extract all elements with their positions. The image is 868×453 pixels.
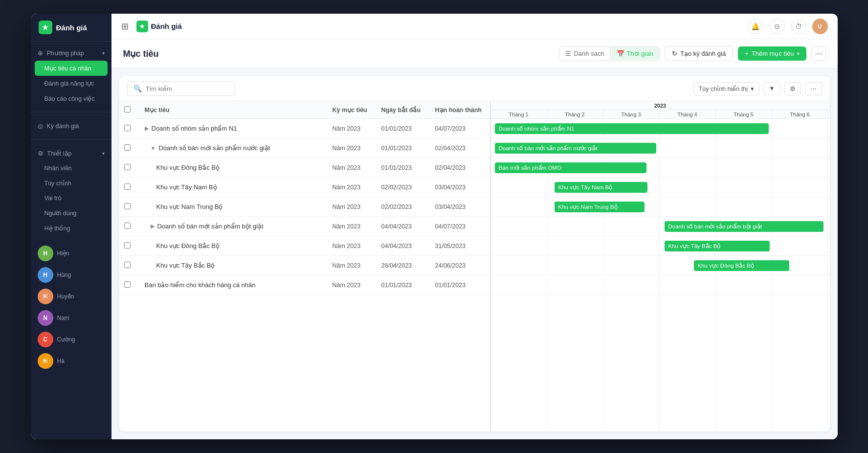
gantt-bar-2[interactable]: Doanh số bán mới sản phẩm nước giặt xyxy=(495,143,656,154)
header-actions: ☰ Danh sách 📅 Thời gian ↻ Tạo kỳ đánh gi… xyxy=(559,46,825,61)
expand-icon[interactable]: ▶ xyxy=(145,125,149,132)
gantt-bar-row-2: Doanh số bán mới sản phẩm nước giặt xyxy=(491,138,830,158)
select-all-checkbox[interactable] xyxy=(124,106,131,113)
row-7-checkbox[interactable] xyxy=(124,242,131,249)
gantt-bar-6[interactable]: Doanh số bán mới sản phẩm bột giặt xyxy=(665,221,823,232)
gantt-bar-7[interactable]: Khu vực Tây Bắc Bộ xyxy=(665,241,770,251)
add-target-btn[interactable]: + Thêm mục tiêu ▾ xyxy=(738,46,806,61)
table-row[interactable]: ▼Doanh số bán mới sản phẩm nước giặt Năm… xyxy=(119,138,490,158)
phuong-phap-label: Phương pháp xyxy=(47,49,84,57)
avatar-item-cuong[interactable]: C Cường xyxy=(31,330,111,349)
row-8-checkbox[interactable] xyxy=(124,262,131,268)
row-9-checkbox[interactable] xyxy=(124,281,131,288)
expand-icon[interactable]: ▼ xyxy=(151,145,156,151)
main-content: ⊞ ★ Đánh giá 🔔 ⊙ ⏱ U Mục tiêu ☰ xyxy=(111,14,838,439)
avatar-item-hien[interactable]: H Hiện xyxy=(31,244,111,263)
avatar-item-hung[interactable]: H Hùng xyxy=(31,265,111,285)
search-box[interactable]: 🔍 xyxy=(127,81,235,96)
month-1: Tháng 1 xyxy=(491,110,547,119)
create-period-btn[interactable]: ↻ Tạo kỳ đánh giá xyxy=(665,46,733,61)
row-2-checkbox[interactable] xyxy=(124,144,131,151)
table-row[interactable]: Khu vực Tây Nam Bộ Năm 2023 02/02/2023 0… xyxy=(119,178,490,197)
thiet-lap-icon: ⚙ xyxy=(38,150,44,157)
month-5: Tháng 5 xyxy=(716,110,772,119)
ellipsis-icon: ⋯ xyxy=(815,49,823,58)
search-input[interactable] xyxy=(146,85,228,92)
sidebar-item-tuy-chinh[interactable]: Tùy chỉnh xyxy=(31,176,111,191)
row-3-checkbox[interactable] xyxy=(124,164,131,170)
avatar-name-nam: Nam xyxy=(57,315,69,321)
gantt-bar-4[interactable]: Khu vực Tây Nam Bộ xyxy=(555,182,647,193)
help-btn[interactable]: ⊙ xyxy=(769,19,785,34)
user-avatar-btn[interactable]: U xyxy=(812,19,828,34)
gantt-bar-row-8: Khu vực Đông Bắc Bộ xyxy=(491,256,830,275)
gantt-bar-1[interactable]: Doanh số nhóm sản phẩm N1 xyxy=(495,123,769,134)
sidebar-group-thiet-lap[interactable]: ⚙ Thiết lập ▾ xyxy=(31,146,111,161)
row-6-checkbox[interactable] xyxy=(124,223,131,229)
sidebar-item-vai-tro[interactable]: Vai trò xyxy=(31,191,111,205)
row-4-checkbox[interactable] xyxy=(124,183,131,190)
sidebar-item-danh-gia-nang-luc[interactable]: Đánh giá năng lực xyxy=(31,76,111,91)
grid-icon[interactable]: ⊞ xyxy=(121,21,129,32)
table-row[interactable]: Khu vực Đông Bắc Bộ Năm 2023 04/04/2023 … xyxy=(119,236,490,256)
gantt-chart-header-wrapper: 2023 Tháng 1 Tháng 2 Tháng 3 Tháng 4 Thá… xyxy=(491,101,830,119)
toolbar-more-btn[interactable]: ⋯ xyxy=(805,82,822,95)
table-toolbar: 🔍 Tùy chỉnh hiển thị ▾ ▼ ⚙ xyxy=(119,76,830,101)
view-time-label: Thời gian xyxy=(627,50,653,57)
gantt-bar-row-5: Khu vực Nam Trung Bộ xyxy=(491,197,830,217)
sidebar-item-nguoi-dung[interactable]: Người dùng xyxy=(31,205,111,221)
phuong-phap-chevron: ▾ xyxy=(102,50,105,56)
gantt-chart: 2023 Tháng 1 Tháng 2 Tháng 3 Tháng 4 Thá… xyxy=(491,101,830,431)
filter-btn[interactable]: ▼ xyxy=(763,82,780,95)
display-btn[interactable]: Tùy chỉnh hiển thị ▾ xyxy=(693,82,759,95)
more-btn[interactable]: ⋯ xyxy=(811,46,826,61)
sidebar-item-nhan-vien[interactable]: Nhân viên xyxy=(31,161,111,176)
avatar-item-nam[interactable]: N Nam xyxy=(31,308,111,328)
settings-btn[interactable]: ⚙ xyxy=(784,82,801,95)
avatar-item-ha[interactable]: H Hà xyxy=(31,351,111,371)
table-area: 🔍 Tùy chỉnh hiển thị ▾ ▼ ⚙ xyxy=(119,76,830,431)
page-title: Mục tiêu xyxy=(123,48,159,59)
view-time-btn[interactable]: 📅 Thời gian xyxy=(611,47,659,60)
view-list-btn[interactable]: ☰ Danh sách xyxy=(559,47,610,60)
months-row: Tháng 1 Tháng 2 Tháng 3 Tháng 4 Tháng 5 … xyxy=(491,110,830,119)
ky-danh-gia-icon: ◎ xyxy=(38,122,43,130)
table-row[interactable]: ▶Doanh số bán mới sản phẩm bột giặt Năm … xyxy=(119,217,490,236)
sidebar-group-ky-danh-gia[interactable]: ◎ Kỳ đánh giá xyxy=(31,118,111,134)
clock-btn[interactable]: ⏱ xyxy=(791,19,806,34)
sidebar-item-he-thong[interactable]: Hệ thống xyxy=(31,221,111,236)
table-row[interactable]: Khu vực Tây Bắc Bộ Năm 2023 28/04/2023 2… xyxy=(119,256,490,275)
year-row: 2023 xyxy=(491,101,830,110)
sidebar-group-phuong-phap[interactable]: ⊕ Phương pháp ▾ xyxy=(31,45,111,61)
gantt-bar-row-4: Khu vực Tây Nam Bộ xyxy=(491,178,830,197)
nav-breadcrumb: ★ Đánh giá xyxy=(136,21,744,32)
notification-btn[interactable]: 🔔 xyxy=(748,19,763,34)
gantt-container: Mục tiêu Kỳ mục tiêu Ngày bắt đầu Hạn ho… xyxy=(119,101,830,431)
month-3: Tháng 3 xyxy=(603,110,660,119)
row-1-checkbox[interactable] xyxy=(124,125,131,131)
avatar-hien: H xyxy=(38,246,53,261)
table-row[interactable]: Bán bảo hiểm cho khách hàng cá nhân Năm … xyxy=(119,275,490,295)
gantt-rows: ▶Doanh số nhóm sản phẩm N1 Năm 2023 01/0… xyxy=(119,119,490,431)
gantt-bar-5[interactable]: Khu vực Nam Trung Bộ xyxy=(555,202,645,212)
row-5-checkbox[interactable] xyxy=(124,203,131,209)
filter-icon: ▼ xyxy=(769,85,775,92)
table-row[interactable]: Khu vực Đông Bắc Bộ Năm 2023 01/01/2023 … xyxy=(119,158,490,178)
avatar-cuong: C xyxy=(38,332,53,347)
chevron-down-icon: ▾ xyxy=(751,85,754,92)
sidebar-header: ★ Đánh giá xyxy=(31,14,111,42)
sidebar-item-muc-tieu-ca-nhan[interactable]: Mục tiêu cá nhân xyxy=(35,61,108,76)
avatar-list: H Hiện H Hùng H Huyền N Nam C Cường H Hà xyxy=(31,240,111,375)
gantt-bar-3[interactable]: Bán mới sản phẩm OMO xyxy=(495,162,646,173)
avatar-item-huyen[interactable]: H Huyền xyxy=(31,287,111,306)
month-6: Tháng 6 xyxy=(772,110,828,119)
table-row[interactable]: Khu vực Nam Trung Bộ Năm 2023 02/02/2023… xyxy=(119,197,490,217)
table-row[interactable]: ▶Doanh số nhóm sản phẩm N1 Năm 2023 01/0… xyxy=(119,119,490,138)
sidebar-item-bao-cao-cong-viec[interactable]: Báo cáo công việc xyxy=(31,91,111,106)
gantt-bar-row-7: Khu vực Tây Bắc Bộ xyxy=(491,236,830,256)
gantt-bar-8[interactable]: Khu vực Đông Bắc Bộ xyxy=(694,260,789,271)
thiet-lap-chevron: ▾ xyxy=(102,151,105,156)
end-header: Hạn hoàn thành xyxy=(431,106,490,113)
divider-2 xyxy=(31,139,111,140)
expand-icon[interactable]: ▶ xyxy=(151,223,155,229)
